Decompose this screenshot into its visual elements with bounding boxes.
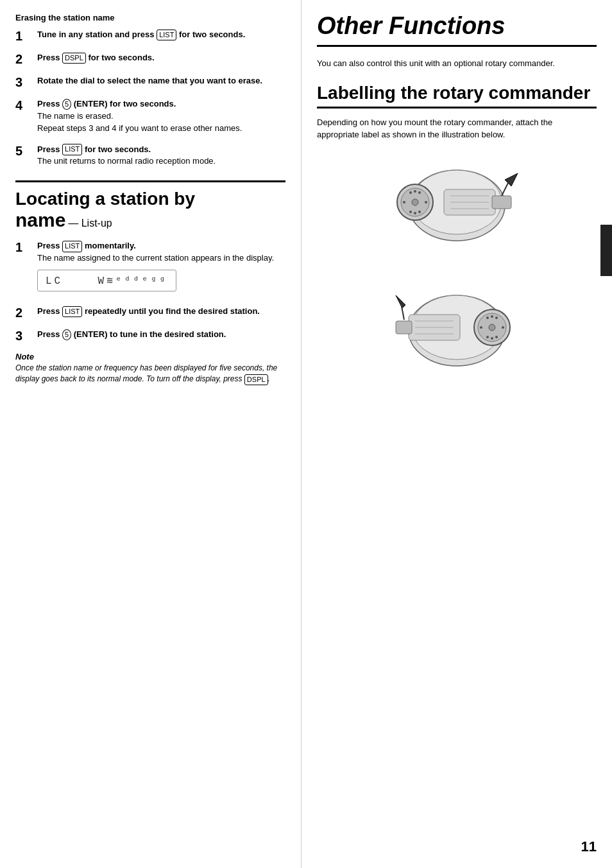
- list-key-4: LIST: [62, 306, 82, 317]
- rotary-illustrations: [317, 154, 597, 379]
- step-3-text: Rotate the dial to select the name that …: [37, 75, 285, 87]
- svg-rect-37: [396, 321, 412, 334]
- step-5-number: 5: [15, 144, 33, 158]
- locating-title-line1: Locating a station by: [15, 189, 285, 209]
- illustration-bottom: [386, 276, 527, 379]
- locate-step-2: 2 Press LIST repeatedly until you find t…: [15, 306, 285, 320]
- step-3-erase: 3 Rotate the dial to select the name tha…: [15, 75, 285, 89]
- svg-point-27: [502, 326, 504, 329]
- svg-point-9: [409, 191, 412, 194]
- svg-point-12: [412, 199, 418, 205]
- svg-point-25: [491, 337, 493, 340]
- left-column: Erasing the station name 1 Tune in any s…: [0, 0, 302, 868]
- step-2-text: Press DSPL for two seconds.: [37, 52, 285, 64]
- dspl-key-note: DSPL: [244, 374, 268, 385]
- page-number: 11: [581, 838, 597, 855]
- locate-step-1-sub: The name assigned to the current station…: [37, 252, 285, 265]
- step-1-number: 1: [15, 29, 33, 43]
- svg-point-4: [414, 190, 416, 193]
- step-1-content: Tune in any station and press LIST for t…: [37, 29, 285, 41]
- section-tab: [600, 225, 612, 276]
- illustration-top: [386, 154, 527, 257]
- locating-title-line2: name — List-up: [15, 209, 285, 231]
- step-4-text: Press 5 (ENTER) for two seconds.: [37, 98, 285, 110]
- svg-point-5: [414, 212, 416, 214]
- locate-step-3: 3 Press 5 (ENTER) to tune in the desired…: [15, 329, 285, 343]
- step-3-content: Rotate the dial to select the name that …: [37, 75, 285, 87]
- labelling-intro: Depending on how you mount the rotary co…: [317, 116, 597, 141]
- locate-step-2-number: 2: [15, 306, 33, 320]
- note-text: Once the station name or frequency has b…: [15, 363, 285, 385]
- locating-steps: 1 Press LIST momentarily. The name assig…: [15, 240, 285, 343]
- other-functions-header: Other Functions: [317, 13, 597, 47]
- step-2-erase: 2 Press DSPL for two seconds.: [15, 52, 285, 66]
- step-3-number: 3: [15, 75, 33, 89]
- svg-point-26: [480, 326, 482, 329]
- step-5-sub1: The unit returns to normal radio recepti…: [37, 155, 285, 168]
- enter-key-1: 5: [62, 99, 71, 110]
- rotary-svg-top: [386, 154, 527, 257]
- step-1-erase: 1 Tune in any station and press LIST for…: [15, 29, 285, 43]
- note-label: Note: [15, 352, 285, 361]
- erasing-section: Erasing the station name 1 Tune in any s…: [15, 13, 285, 168]
- svg-point-8: [418, 191, 421, 194]
- svg-point-7: [425, 201, 427, 204]
- svg-marker-38: [396, 295, 405, 308]
- svg-point-24: [491, 315, 493, 318]
- list-key-1: LIST: [157, 30, 176, 40]
- step-2-number: 2: [15, 52, 33, 66]
- labelling-section: Labelling the rotary commander Depending…: [317, 82, 597, 379]
- list-key-3: LIST: [62, 241, 82, 252]
- svg-point-10: [418, 211, 421, 213]
- dspl-key-1: DSPL: [62, 53, 86, 64]
- locating-section: Locating a station by name — List-up 1 P…: [15, 189, 285, 385]
- step-4-sub2: Repeat steps 3 and 4 if you want to eras…: [37, 123, 285, 135]
- svg-point-28: [495, 317, 498, 319]
- note-section: Note Once the station name or frequency …: [15, 352, 285, 385]
- svg-point-30: [495, 336, 498, 338]
- step-4-content: Press 5 (ENTER) for two seconds. The nam…: [37, 98, 285, 135]
- step-4-number: 4: [15, 98, 33, 112]
- enter-key-2: 5: [62, 329, 71, 340]
- display-box: LC W≋ᵉᵈᵈᵉᵍᵍ: [37, 270, 176, 291]
- svg-point-29: [486, 317, 489, 319]
- locate-step-1-text: Press LIST momentarily.: [37, 240, 285, 252]
- locate-step-3-text: Press 5 (ENTER) to tune in the desired s…: [37, 329, 285, 341]
- locating-list-up: — List-up: [68, 218, 112, 229]
- locating-heading: Locating a station by name — List-up: [15, 189, 285, 231]
- svg-point-32: [489, 324, 495, 331]
- locate-step-2-text: Press LIST repeatedly until you find the…: [37, 306, 285, 318]
- locate-step-3-content: Press 5 (ENTER) to tune in the desired s…: [37, 329, 285, 341]
- locate-step-1: 1 Press LIST momentarily. The name assig…: [15, 240, 285, 297]
- rotary-svg-bottom: [386, 276, 527, 379]
- other-functions-title: Other Functions: [317, 13, 597, 40]
- step-5-content: Press LIST for two seconds. The unit ret…: [37, 144, 285, 168]
- step-4-sub1: The name is erased.: [37, 110, 285, 123]
- locate-step-1-number: 1: [15, 240, 33, 254]
- step-4-erase: 4 Press 5 (ENTER) for two seconds. The n…: [15, 98, 285, 135]
- svg-point-6: [403, 201, 405, 204]
- right-column: Other Functions You can also control thi…: [302, 0, 612, 868]
- svg-point-31: [486, 336, 489, 338]
- locate-step-3-number: 3: [15, 329, 33, 343]
- locate-step-2-content: Press LIST repeatedly until you find the…: [37, 306, 285, 318]
- locating-name-word: name: [15, 209, 65, 230]
- step-2-content: Press DSPL for two seconds.: [37, 52, 285, 64]
- svg-rect-17: [492, 196, 511, 209]
- other-functions-intro: You can also control this unit with an o…: [317, 57, 597, 70]
- locate-step-1-content: Press LIST momentarily. The name assigne…: [37, 240, 285, 297]
- svg-line-19: [502, 183, 508, 196]
- labelling-title: Labelling the rotary commander: [317, 82, 597, 108]
- step-1-text: Tune in any station and press LIST for t…: [37, 29, 285, 41]
- erasing-title: Erasing the station name: [15, 13, 285, 22]
- list-key-2: LIST: [62, 144, 82, 155]
- section-divider-1: [15, 180, 285, 182]
- step-5-text: Press LIST for two seconds.: [37, 144, 285, 156]
- step-5-erase: 5 Press LIST for two seconds. The unit r…: [15, 144, 285, 168]
- svg-point-11: [409, 211, 412, 213]
